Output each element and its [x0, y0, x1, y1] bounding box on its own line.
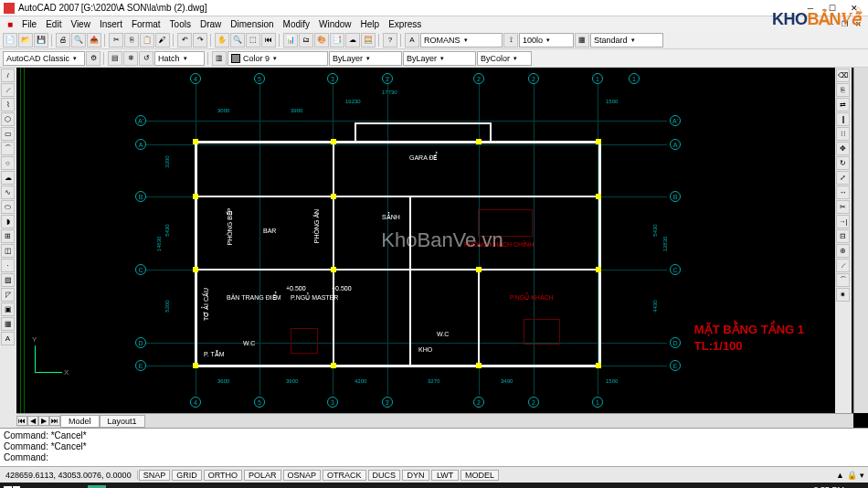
zoom-win-icon[interactable]: ⬚	[246, 33, 260, 48]
design-center-icon[interactable]: 🗂	[299, 33, 313, 48]
sheet-set-icon[interactable]: 📑	[330, 33, 344, 48]
array-icon[interactable]: ⁝⁝	[836, 127, 850, 141]
calc-icon[interactable]: 🧮	[361, 33, 376, 48]
tab-layout1[interactable]: Layout1	[100, 415, 145, 428]
rotate-icon[interactable]: ↻	[836, 156, 850, 170]
tab-model[interactable]: Model	[60, 415, 100, 428]
mtext-icon[interactable]: A	[1, 332, 15, 345]
trim-icon[interactable]: ✂	[836, 200, 850, 214]
tool-palette-icon[interactable]: 🎨	[314, 33, 329, 48]
model-toggle[interactable]: MODEL	[460, 470, 499, 481]
match-icon[interactable]: 🖌	[155, 33, 170, 48]
layer-combo[interactable]: Color 9	[228, 51, 328, 66]
line-icon[interactable]: /	[1, 69, 15, 82]
chamfer-icon[interactable]: ⟋	[836, 259, 850, 272]
stretch-icon[interactable]: ↔	[836, 186, 850, 199]
print-icon[interactable]: 🖨	[56, 33, 70, 48]
point-icon[interactable]: ·	[1, 259, 15, 272]
copy-obj-icon[interactable]: ⎘	[836, 83, 850, 97]
new-icon[interactable]: 📄	[3, 33, 17, 48]
polar-toggle[interactable]: POLAR	[244, 470, 281, 481]
layer-icon[interactable]: ▤	[108, 51, 122, 66]
layer-state-icon[interactable]: ▥	[212, 51, 227, 66]
command-window[interactable]: Command: *Cancel* Command: *Cancel* Comm…	[0, 428, 868, 466]
pline-icon[interactable]: ⌇	[1, 98, 15, 111]
menu-file[interactable]: File	[18, 19, 40, 29]
table-style-icon[interactable]: ▦	[575, 33, 589, 48]
dim-scale-combo[interactable]: 100lo	[519, 33, 574, 48]
paste-icon[interactable]: 📋	[140, 33, 154, 48]
tablestyle-combo[interactable]: Standard	[590, 33, 663, 48]
tab-first-icon[interactable]: ⏮	[16, 416, 27, 426]
tab-prev-icon[interactable]: ◀	[27, 416, 38, 426]
circle-icon[interactable]: ○	[1, 156, 15, 170]
osnap-toggle[interactable]: OSNAP	[283, 470, 322, 481]
menu-dimension[interactable]: Dimension	[227, 19, 277, 29]
menu-help[interactable]: Help	[357, 19, 384, 29]
lock-icon[interactable]: 🔒	[847, 471, 857, 480]
lwt-toggle[interactable]: LWT	[431, 470, 459, 481]
make-block-icon[interactable]: ◫	[1, 244, 15, 258]
offset-icon[interactable]: ‖	[836, 112, 850, 126]
menu-format[interactable]: Format	[128, 19, 164, 29]
tab-last-icon[interactable]: ⏭	[49, 416, 60, 426]
mirror-icon[interactable]: ⇄	[836, 98, 850, 111]
menu-window[interactable]: Window	[315, 19, 355, 29]
menu-draw[interactable]: Draw	[196, 19, 225, 29]
properties-icon[interactable]: 📊	[283, 33, 298, 48]
text-style-icon[interactable]: A	[405, 33, 419, 48]
ellipse-icon[interactable]: ⬭	[1, 200, 15, 214]
app-menu-icon[interactable]: ■	[4, 19, 16, 29]
zoom-rt-icon[interactable]: 🔍	[230, 33, 245, 48]
workspace-combo[interactable]: AutoCAD Classic	[3, 51, 85, 66]
region-icon[interactable]: ▣	[1, 302, 15, 316]
menu-modify[interactable]: Modify	[280, 19, 313, 29]
layer-freeze-icon[interactable]: ❄	[123, 51, 138, 66]
polygon-icon[interactable]: ⬡	[1, 112, 15, 126]
xline-icon[interactable]: ⟋	[1, 83, 15, 97]
dyn-toggle[interactable]: DYN	[402, 470, 429, 481]
menu-tools[interactable]: Tools	[166, 19, 195, 29]
join-icon[interactable]: ⊕	[836, 244, 850, 258]
layer-filter-combo[interactable]: Hatch	[154, 51, 205, 66]
ellipse-arc-icon[interactable]: ◗	[1, 215, 15, 228]
pan-icon[interactable]: ✋	[215, 33, 229, 48]
rect-icon[interactable]: ▭	[1, 127, 15, 141]
menu-view[interactable]: View	[67, 19, 94, 29]
save-icon[interactable]: 💾	[34, 33, 48, 48]
command-input[interactable]	[48, 452, 864, 462]
insert-block-icon[interactable]: ⊞	[1, 229, 15, 243]
vertical-scrollbar[interactable]	[853, 68, 868, 413]
move-icon[interactable]: ✥	[836, 142, 850, 155]
workspace-settings-icon[interactable]: ⚙	[86, 51, 101, 66]
grid-toggle[interactable]: GRID	[172, 470, 202, 481]
lineweight-combo[interactable]: ByLayer	[403, 51, 476, 66]
dim-style-icon[interactable]: ⟟	[503, 33, 518, 48]
plotstyle-combo[interactable]: ByColor	[477, 51, 532, 66]
snap-toggle[interactable]: SNAP	[139, 470, 171, 481]
copy-icon[interactable]: ⎘	[124, 33, 139, 48]
annotation-icon[interactable]: ▲	[836, 471, 844, 480]
publish-icon[interactable]: 📤	[87, 33, 101, 48]
tray-settings-icon[interactable]: ▾	[860, 471, 864, 480]
ducs-toggle[interactable]: DUCS	[368, 470, 401, 481]
open-icon[interactable]: 📂	[18, 33, 33, 48]
undo-icon[interactable]: ↶	[177, 33, 192, 48]
hatch-icon[interactable]: ▨	[1, 273, 15, 287]
otrack-toggle[interactable]: OTRACK	[323, 470, 366, 481]
gradient-icon[interactable]: ◸	[1, 288, 15, 302]
explode-icon[interactable]: ✷	[836, 288, 850, 302]
scale-icon[interactable]: ⤢	[836, 171, 850, 185]
break-icon[interactable]: ⊟	[836, 229, 850, 243]
zoom-prev-icon[interactable]: ⏮	[261, 33, 276, 48]
redo-icon[interactable]: ↷	[193, 33, 207, 48]
extend-icon[interactable]: →|	[836, 215, 850, 228]
markup-icon[interactable]: ☁	[345, 33, 360, 48]
plot-preview-icon[interactable]: 🔍	[71, 33, 86, 48]
drawing-area[interactable]: 4 5 3 3' 2 2 1 1 A' A B C D E A' A B C D…	[16, 68, 868, 428]
cut-icon[interactable]: ✂	[109, 33, 123, 48]
menu-insert[interactable]: Insert	[96, 19, 126, 29]
layer-prev-icon[interactable]: ↺	[139, 51, 153, 66]
spline-icon[interactable]: ∿	[1, 186, 15, 199]
erase-icon[interactable]: ⌫	[836, 69, 850, 82]
